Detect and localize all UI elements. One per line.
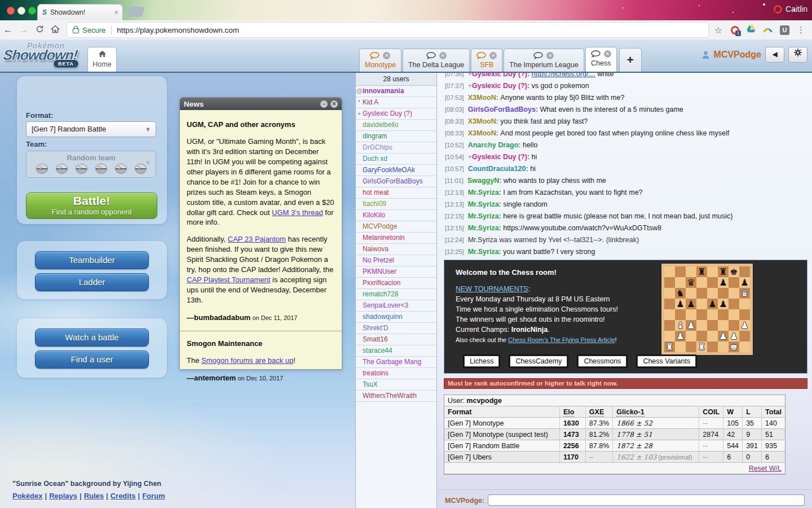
tab-close-icon[interactable]: ✕: [546, 52, 554, 59]
user-row[interactable]: The Garbage Mang: [356, 357, 436, 368]
user-row[interactable]: davidelbello: [356, 120, 436, 131]
reset-wl-link[interactable]: Reset W/L: [749, 465, 782, 472]
close-window-button[interactable]: [7, 7, 15, 15]
user-row[interactable]: No Pretzel: [356, 255, 436, 266]
user-row[interactable]: rematch728: [356, 289, 436, 300]
user-row[interactable]: KiloKilo: [356, 210, 436, 221]
user-row[interactable]: *Kid A: [356, 97, 436, 108]
forward-button-icon[interactable]: →: [16, 25, 32, 35]
new-browser-tab-button[interactable]: [127, 7, 145, 17]
browser-menu-icon[interactable]: ⋮: [797, 25, 805, 35]
zoom-window-button[interactable]: [28, 7, 36, 15]
lichess-button[interactable]: Lichess: [464, 356, 499, 367]
user-row[interactable]: Duch xd: [356, 154, 436, 165]
user-row[interactable]: Shrekt'D: [356, 323, 436, 334]
user-row[interactable]: Itachi09: [356, 199, 436, 210]
user-row[interactable]: Naiwova: [356, 244, 436, 255]
message-username[interactable]: Mr.Syriza:: [468, 224, 504, 232]
flying-press-article-link[interactable]: Chess Room's The Flying Press Article: [508, 336, 615, 343]
chess-variants-button[interactable]: Chess Variants: [637, 356, 696, 367]
browser-tab-close-icon[interactable]: ✕: [114, 9, 119, 16]
format-select[interactable]: [Gen 7] Random Battle ▼: [26, 121, 156, 137]
user-row[interactable]: hot meat: [356, 187, 436, 199]
user-row[interactable]: MCVPodge: [356, 221, 436, 233]
message-username[interactable]: X3MooN:: [468, 117, 501, 125]
browser-profile[interactable]: Caitlin: [774, 5, 807, 14]
chessmons-button[interactable]: Chessmons: [578, 356, 626, 367]
minimize-icon[interactable]: –: [320, 100, 328, 108]
message-username[interactable]: GirlsGoForBadBoys:: [468, 106, 540, 113]
user-row[interactable]: Smatt16: [356, 334, 436, 345]
footer-link-credits[interactable]: Credits: [111, 492, 136, 500]
url-bar[interactable]: Secure | https://play.pokemonshowdown.co…: [67, 22, 709, 38]
user-row[interactable]: GaryFookMeOAk: [356, 165, 436, 176]
chat-input[interactable]: [488, 494, 805, 506]
u-extension-icon[interactable]: U: [780, 25, 789, 35]
footer-link-pokedex[interactable]: Pokédex: [12, 492, 42, 500]
message-username[interactable]: Anarchy Drago:: [468, 141, 523, 149]
message-username[interactable]: Gyslexic Duy (?):: [472, 153, 532, 161]
tab-chess[interactable]: ✕Chess: [585, 47, 617, 72]
bookmark-star-icon[interactable]: ☆: [714, 25, 722, 36]
message-username[interactable]: Mr.Syriza:: [468, 200, 504, 208]
user-row[interactable]: SenpaiLover<3: [356, 300, 436, 312]
red-extension-icon[interactable]: 1: [731, 26, 739, 34]
tournaments-link[interactable]: NEW TOURNAMENTS: [456, 285, 528, 293]
message-username[interactable]: Mr.Syriza:: [468, 212, 504, 220]
message-username[interactable]: X3MooN:: [468, 129, 501, 137]
chesscademy-button[interactable]: ChessCademy: [510, 356, 567, 367]
chat-link[interactable]: https://lichess.org/…: [532, 73, 595, 78]
close-icon[interactable]: ✕: [330, 100, 338, 108]
tab-the-delta-league[interactable]: ✕The Delta League: [403, 49, 470, 72]
tab-close-icon[interactable]: ✕: [439, 52, 447, 59]
user-row[interactable]: shadowquinn: [356, 312, 436, 323]
user-row[interactable]: dingram: [356, 131, 436, 142]
minimize-window-button[interactable]: [17, 7, 25, 15]
news-link[interactable]: Smogon forums are back up: [201, 356, 293, 365]
user-row[interactable]: treatoins: [356, 368, 436, 379]
footer-link-rules[interactable]: Rules: [84, 492, 104, 500]
tab-monotype[interactable]: ✕Monotype: [359, 49, 401, 72]
message-username[interactable]: X3MooN:: [468, 94, 501, 102]
header-username[interactable]: MCVPodge: [714, 50, 761, 60]
user-row[interactable]: TsuX: [356, 379, 436, 391]
user-row[interactable]: WithersTheWraith: [356, 391, 436, 402]
settings-gear-button[interactable]: [788, 47, 807, 63]
sound-mute-button[interactable]: ◀: [765, 47, 784, 63]
message-username[interactable]: Gyslexic Duy (?):: [472, 73, 532, 78]
tab-home[interactable]: Home: [87, 47, 117, 72]
teambuilder-button[interactable]: Teambuilder: [35, 251, 149, 269]
add-room-button[interactable]: +: [619, 48, 642, 72]
back-button-icon[interactable]: ←: [0, 25, 16, 35]
tab-the-imperium-league[interactable]: ✕The Imperium League: [504, 49, 584, 72]
user-row[interactable]: +Gyslexic Duy (?): [356, 108, 436, 120]
message-username[interactable]: SwaggyN:: [467, 177, 504, 185]
footer-link-replays[interactable]: Replays: [49, 492, 77, 500]
user-row[interactable]: DrGChips: [356, 142, 436, 154]
battle-button[interactable]: Battle! Find a random opponent: [26, 192, 157, 219]
news-link[interactable]: UGM 3's thread: [272, 208, 323, 217]
message-username[interactable]: CountDracula120:: [468, 165, 530, 173]
user-row[interactable]: PKMNUser: [356, 266, 436, 278]
tab-close-icon[interactable]: ✕: [604, 50, 611, 58]
reload-button-icon[interactable]: [32, 25, 47, 36]
user-row[interactable]: GirlsGoForBadBoys: [356, 176, 436, 187]
find-user-button[interactable]: Find a user: [35, 351, 149, 369]
drive-extension-icon[interactable]: [747, 25, 756, 35]
user-row[interactable]: Melaninetonin: [356, 233, 436, 244]
home-button-icon[interactable]: [47, 25, 63, 36]
tab-sfb[interactable]: ✕SFB: [471, 49, 502, 72]
news-link[interactable]: CAP 23 Pajantom: [228, 235, 286, 243]
message-username[interactable]: Mr.Syriza:: [468, 248, 504, 256]
tab-close-icon[interactable]: ✕: [489, 52, 497, 59]
watch-battle-button[interactable]: Watch a battle: [35, 329, 149, 347]
news-link[interactable]: CAP Playtest Tournament: [187, 275, 270, 284]
user-row[interactable]: @innovamania: [356, 86, 436, 97]
message-username[interactable]: Gyslexic Duy (?):: [472, 82, 532, 90]
message-username[interactable]: Mr.Syriza:: [468, 189, 504, 196]
user-row[interactable]: Pxxrificacion: [356, 278, 436, 289]
secure-lock-icon[interactable]: [73, 28, 79, 33]
user-row[interactable]: starace44: [356, 345, 436, 357]
browser-tab[interactable]: S Showdown! ✕: [37, 4, 123, 20]
ladder-button[interactable]: Ladder: [35, 273, 149, 291]
